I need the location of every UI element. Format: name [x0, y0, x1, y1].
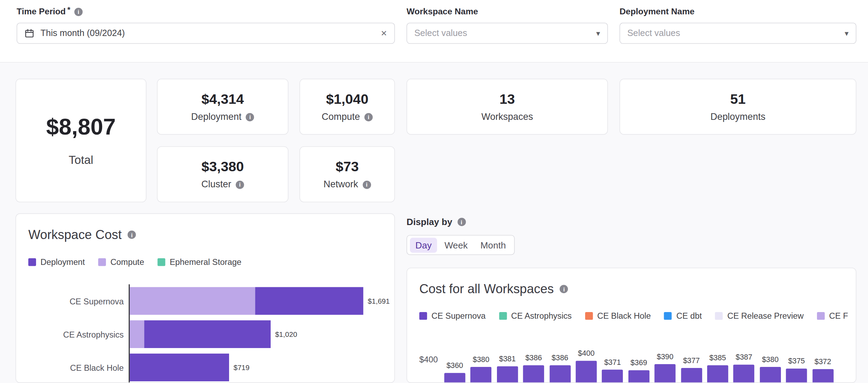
deployment-name-placeholder: Select values — [627, 28, 680, 38]
network-cost-card: $73 Network i — [299, 146, 395, 202]
info-icon[interactable]: i — [236, 180, 244, 189]
bar[interactable] — [707, 366, 728, 383]
info-icon[interactable]: i — [74, 7, 83, 16]
legend-item: Deployment — [28, 257, 85, 267]
display-by-control: DayWeekMonth — [406, 235, 514, 255]
display-by-option-month[interactable]: Month — [475, 238, 511, 253]
bar[interactable] — [470, 367, 491, 383]
time-period-label: Time Period* i — [17, 6, 395, 18]
bar[interactable] — [444, 373, 465, 383]
display-by-option-week[interactable]: Week — [439, 238, 473, 253]
bar[interactable] — [602, 370, 623, 383]
workspace-name-filter: Workspace Name Select values ▾ — [406, 6, 608, 44]
cost-all-workspaces-panel: Cost for all Workspaces i CE SupernovaCE… — [406, 268, 856, 383]
workspace-name-label: Workspace Name — [406, 6, 608, 18]
info-icon[interactable]: i — [363, 180, 371, 189]
bar[interactable] — [812, 369, 833, 383]
stacked-bar[interactable] — [130, 287, 363, 315]
network-cost-value: $73 — [336, 159, 359, 175]
stacked-bar[interactable] — [130, 354, 229, 381]
bar-value-label: $719 — [234, 363, 250, 372]
bar-value-label: $372 — [806, 358, 839, 366]
info-icon[interactable]: i — [128, 231, 136, 239]
workspace-name-select[interactable]: Select values ▾ — [406, 23, 608, 44]
workspace-cost-row: CE Supernova$1,691 — [16, 284, 394, 318]
deployment-cost-label-text: Deployment — [191, 111, 242, 123]
workspace-cost-legend: DeploymentComputeEphemeral Storage — [16, 257, 394, 267]
legend-label: Ephemeral Storage — [170, 257, 241, 267]
deployments-count-card: 51 Deployments — [619, 79, 856, 135]
cost-all-workspaces-chart: $400 $360$380$381$386$386$400$371$369$39… — [407, 268, 856, 383]
total-cost-value: $8,807 — [46, 114, 116, 140]
chevron-down-icon: ▾ — [596, 29, 600, 37]
workspace-cost-title-text: Workspace Cost — [28, 227, 122, 242]
network-cost-label-text: Network — [323, 179, 358, 190]
workspaces-count-card: 13 Workspaces — [406, 79, 608, 135]
info-icon[interactable]: i — [457, 218, 466, 226]
legend-item: Ephemeral Storage — [157, 257, 241, 267]
bar-segment-compute — [130, 287, 255, 315]
display-by-label-text: Display by — [406, 217, 452, 227]
info-icon[interactable]: i — [246, 113, 254, 121]
bar[interactable] — [786, 368, 807, 383]
compute-cost-label-text: Compute — [322, 111, 360, 123]
bar-segment-deployment — [144, 320, 271, 348]
cluster-cost-label-text: Cluster — [201, 179, 231, 190]
bar[interactable] — [760, 367, 781, 383]
y-axis-max-label: $400 — [419, 355, 438, 364]
workspace-cost-panel: Workspace Cost i DeploymentComputeEpheme… — [15, 214, 395, 383]
deployment-name-filter: Deployment Name Select values ▾ — [619, 6, 856, 44]
bar[interactable] — [733, 365, 754, 383]
filter-bar: Time Period* i This month (09/2024) ✕ — [0, 0, 868, 63]
workspace-cost-row: CE Astrophysics$1,020 — [16, 318, 394, 351]
bar[interactable] — [549, 365, 570, 383]
deployment-cost-value: $4,314 — [201, 91, 244, 107]
workspace-cost-chart: CE Supernova$1,691CE Astrophysics$1,020C… — [16, 284, 394, 383]
category-label: CE Supernova — [16, 296, 130, 306]
bar[interactable] — [681, 368, 702, 383]
dashboard-page: Time Period* i This month (09/2024) ✕ — [0, 0, 868, 383]
deployment-name-label: Deployment Name — [619, 6, 856, 18]
bar-value-label: $1,691 — [368, 297, 390, 305]
workspace-name-placeholder: Select values — [414, 28, 467, 38]
required-asterisk: * — [67, 5, 71, 14]
display-by-option-day[interactable]: Day — [410, 238, 437, 253]
network-cost-label: Network i — [323, 179, 371, 190]
cluster-cost-label: Cluster i — [201, 179, 244, 190]
bar[interactable] — [497, 367, 518, 383]
time-period-input[interactable]: This month (09/2024) ✕ — [17, 23, 395, 44]
calendar-icon — [24, 28, 35, 38]
deployments-count-label: Deployments — [710, 111, 765, 123]
legend-label: Deployment — [41, 257, 85, 267]
legend-item: Compute — [98, 257, 144, 267]
bar-segment-deployment — [255, 287, 363, 315]
legend-swatch — [28, 258, 36, 266]
bar-value-label: $400 — [570, 349, 603, 357]
legend-label: Compute — [111, 257, 144, 267]
total-cost-label: Total — [69, 153, 93, 167]
clear-icon[interactable]: ✕ — [380, 29, 387, 37]
compute-cost-card: $1,040 Compute i — [299, 79, 395, 135]
time-period-value: This month (09/2024) — [41, 28, 125, 38]
time-period-filter: Time Period* i This month (09/2024) ✕ — [17, 6, 395, 44]
total-cost-card: $8,807 Total — [15, 79, 146, 202]
bar-segment-compute — [130, 320, 144, 348]
bar[interactable] — [655, 364, 676, 383]
bar-value-label: $1,020 — [275, 330, 297, 338]
bar[interactable] — [628, 370, 649, 383]
deployment-name-select[interactable]: Select values ▾ — [619, 23, 856, 44]
info-icon[interactable]: i — [364, 113, 373, 121]
stacked-bar[interactable] — [130, 320, 271, 348]
deployment-cost-card: $4,314 Deployment i — [157, 79, 289, 135]
category-label: CE Black Hole — [16, 363, 130, 372]
workspace-cost-row: CE Black Hole$719 — [16, 351, 394, 383]
workspaces-count-value: 13 — [499, 91, 515, 107]
cluster-cost-value: $3,380 — [201, 159, 244, 175]
compute-cost-label: Compute i — [322, 111, 373, 123]
workspaces-count-label: Workspaces — [481, 111, 533, 123]
deployment-cost-label: Deployment i — [191, 111, 254, 123]
time-period-label-text: Time Period — [17, 7, 66, 17]
bar[interactable] — [523, 365, 544, 383]
bar[interactable] — [576, 361, 597, 383]
compute-cost-value: $1,040 — [326, 91, 368, 107]
